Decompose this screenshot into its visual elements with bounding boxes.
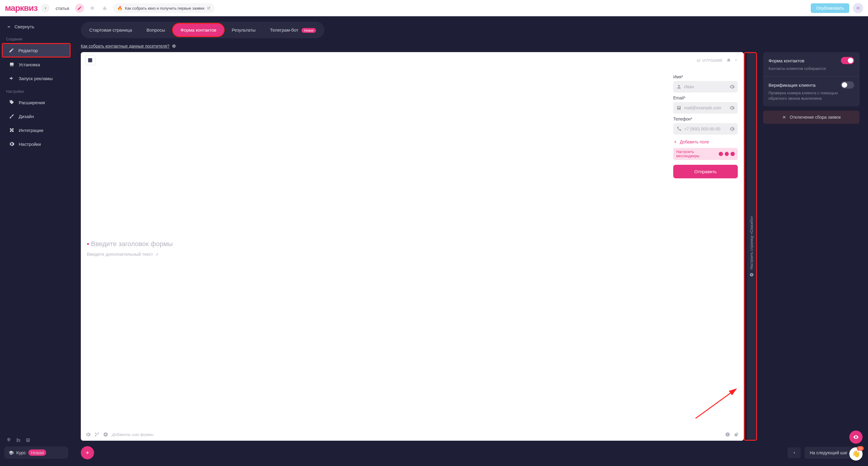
main: Свернуть Создание Редактор Установка Зап… (0, 16, 868, 466)
help-pill[interactable]: 🔥 Как собрать квиз и получить первые зая… (113, 3, 214, 13)
folder-plus-icon[interactable] (16, 437, 21, 443)
tab-results[interactable]: Результаты (225, 24, 263, 36)
lightbulb-icon[interactable] (6, 437, 11, 443)
sidebar-item-extensions[interactable]: Расширения (3, 96, 69, 109)
eye-icon (853, 434, 859, 440)
list-tool[interactable] (88, 4, 97, 13)
tag-icon (9, 100, 14, 105)
user-avatar[interactable]: Н (853, 3, 863, 13)
edit-tool[interactable] (75, 4, 84, 13)
tabs-wrap: Стартовая страница Вопросы Форма контакт… (81, 22, 860, 38)
monitor-icon (9, 62, 14, 67)
add-step-ph[interactable]: Добавить шаг формы (112, 432, 721, 437)
document-name[interactable]: статья (53, 6, 71, 11)
field-name-input[interactable]: Иван (673, 81, 738, 93)
right-panel: Форма контактов Контакты клиентов собира… (763, 52, 860, 441)
feedback-button[interactable]: 👋 10 (849, 447, 863, 461)
info-icon[interactable] (172, 44, 176, 48)
pencil-icon (9, 47, 14, 53)
hint-row: Как собрать контактные данные посетителя… (81, 38, 860, 52)
form-title-input[interactable]: Введите заголовок формы (87, 238, 669, 250)
brush-icon (9, 113, 14, 119)
phone-icon (676, 126, 682, 132)
editor-highlight: Редактор (2, 43, 70, 58)
copy-icon[interactable] (734, 432, 739, 437)
course-button[interactable]: Курс Новая (4, 446, 68, 459)
sidebar-item-settings[interactable]: Настройки (3, 138, 69, 150)
plus-circle-icon[interactable] (103, 432, 108, 437)
sidebar-item-install[interactable]: Установка (3, 58, 69, 71)
field-phone-input[interactable]: +7 (900) 000-00-00 (673, 123, 738, 135)
add-button[interactable] (81, 446, 94, 459)
form-text-area[interactable]: Введите заголовок формы Введите дополнит… (87, 71, 669, 425)
gear-icon[interactable] (729, 105, 735, 110)
gear-icon[interactable] (86, 432, 91, 437)
add-image-button[interactable] (85, 55, 95, 65)
prev-step-button[interactable] (787, 447, 801, 458)
logo: марквиз (5, 3, 37, 13)
chevron-down-icon[interactable] (734, 58, 738, 63)
messenger-icon (719, 152, 723, 156)
tabs: Стартовая страница Вопросы Форма контакт… (81, 22, 324, 38)
gear-icon (9, 141, 14, 147)
wave-icon: 👋 (852, 450, 860, 458)
collapse-sidebar[interactable]: Свернуть (0, 21, 72, 33)
new-badge: Новое (302, 28, 316, 33)
stats-tool[interactable] (100, 4, 110, 13)
external-link-icon (207, 6, 211, 10)
field-email-input[interactable]: mail@example.com (673, 102, 738, 113)
plus-icon (673, 140, 678, 144)
sidebar-item-ads[interactable]: Запуск рекламы (3, 72, 69, 85)
preview-button[interactable] (849, 430, 863, 444)
add-field-button[interactable]: Добавить поле (673, 139, 738, 144)
branch-icon[interactable] (94, 432, 99, 437)
pencil-icon (156, 252, 159, 256)
sidebar-item-integrations[interactable]: Интеграции (3, 124, 69, 136)
new-badge: Новая (28, 450, 46, 456)
form-fields: Имя* Иван Email* mail@example.com (669, 71, 738, 425)
sidebar-item-editor[interactable]: Редактор (3, 44, 70, 57)
puzzle-icon (9, 127, 14, 133)
tab-questions[interactable]: Вопросы (139, 24, 172, 36)
section-settings-label: Настройки (0, 85, 72, 96)
canvas-head: id: Vt7F0a58l8 (81, 52, 744, 68)
canvas-body: Введите заголовок формы Введите дополнит… (81, 68, 744, 428)
notification-badge: 10 (857, 446, 864, 451)
plus-icon (85, 450, 90, 456)
field-email-label: Email* (673, 96, 738, 100)
help-text: Как собрать квиз и получить первые заявк… (125, 6, 204, 10)
tab-contacts[interactable]: Форма контактов (173, 24, 223, 36)
help-icon[interactable] (25, 437, 31, 443)
list-icon (90, 6, 95, 10)
app: марквиз статья 🔥 Как собрать квиз и полу… (0, 0, 868, 466)
hint-link[interactable]: Как собрать контактные данные посетителя… (81, 44, 169, 48)
home-icon[interactable] (726, 58, 731, 63)
chevrons-left-icon (6, 25, 11, 29)
publish-button[interactable]: Опубликовать (811, 3, 849, 13)
pencil-icon (77, 6, 82, 10)
canvas-wrap: id: Vt7F0a58l8 Введите заголовок формы В… (81, 52, 757, 441)
whatsapp-icon (725, 152, 729, 156)
close-icon (782, 115, 786, 120)
tab-start[interactable]: Стартовая страница (82, 24, 139, 36)
field-name-label: Имя* (673, 74, 738, 79)
tab-tgbot[interactable]: Телеграм-бот Новое (263, 24, 323, 36)
back-button[interactable] (41, 4, 50, 12)
sidebar-item-design[interactable]: Дизайн (3, 110, 69, 123)
toggle-contacts[interactable] (841, 57, 854, 64)
info-icon[interactable] (725, 432, 730, 437)
gear-icon[interactable] (729, 126, 735, 132)
thanks-page-strip[interactable]: Настроить страницу «Спасибо» (747, 53, 756, 440)
form-subtitle-input[interactable]: Введите дополнительный текст (87, 250, 669, 259)
toggle-verification[interactable] (841, 81, 854, 89)
messengers-button[interactable]: Настроить мессенджеры (673, 148, 738, 160)
form-canvas: id: Vt7F0a58l8 Введите заголовок формы В… (81, 52, 744, 441)
bottom-bar: На следующий шаг (81, 441, 860, 461)
image-plus-icon (87, 57, 93, 63)
chevron-left-icon (792, 451, 796, 455)
floating-actions: 👋 10 (849, 430, 863, 461)
submit-button[interactable]: Отправить (673, 165, 738, 178)
field-phone-label: Телефон* (673, 116, 738, 122)
disable-collection[interactable]: Отключение сбора заявок (763, 110, 860, 124)
gear-icon[interactable] (729, 84, 735, 90)
